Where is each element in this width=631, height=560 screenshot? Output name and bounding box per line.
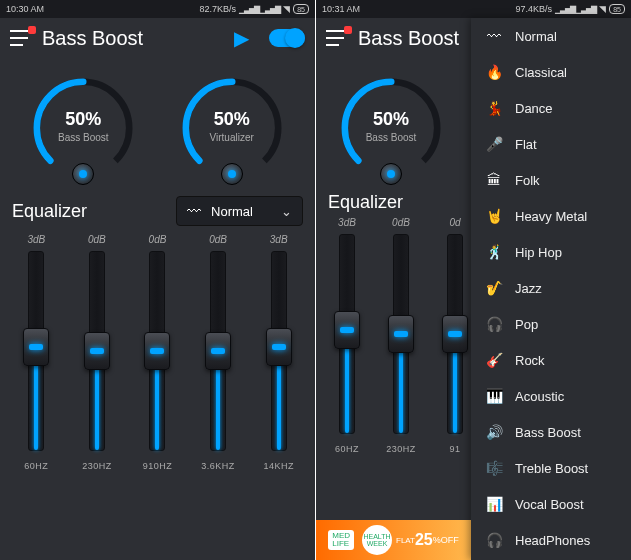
preset-icon: 🏛 [485, 172, 503, 188]
menu-button[interactable] [326, 30, 348, 46]
equalizer-title: Equalizer [12, 201, 168, 222]
band-slider[interactable] [447, 234, 463, 434]
preset-item-rock[interactable]: 🎸Rock [471, 342, 631, 378]
preset-item-hip-hop[interactable]: 🕺Hip Hop [471, 234, 631, 270]
play-button[interactable]: ▶ [234, 26, 249, 50]
preset-icon: 🎧 [485, 316, 503, 332]
virtualizer-knob[interactable]: 50% Virtualizer [167, 73, 297, 183]
band-db: 3dB [338, 217, 356, 228]
preset-item-heavy-metal[interactable]: 🤘Heavy Metal [471, 198, 631, 234]
battery-icon: 85 [609, 4, 625, 14]
preset-dropdown[interactable]: 〰 Normal ⌄ [176, 196, 303, 226]
slider-thumb-icon[interactable] [266, 328, 292, 366]
preset-icon: 🕺 [485, 244, 503, 260]
preset-icon: 🎹 [485, 388, 503, 404]
preset-item-jazz[interactable]: 🎷Jazz [471, 270, 631, 306]
slider-thumb-icon[interactable] [334, 311, 360, 349]
preset-label: Classical [515, 65, 567, 80]
preset-selected-label: Normal [211, 204, 253, 219]
band-freq: 14KHZ [263, 461, 294, 471]
virt-percent: 50% [177, 109, 287, 130]
band-slider[interactable] [89, 251, 105, 451]
status-bar: 10:31 AM 97.4KB/s ▁▃▅▇ ▁▃▅▇ ◥ 85 [316, 0, 631, 18]
slider-thumb-icon[interactable] [23, 328, 49, 366]
band-freq: 91 [449, 444, 460, 454]
bass-boost-knob[interactable]: 50% Bass Boost [18, 73, 148, 183]
preset-item-headphones[interactable]: 🎧HeadPhones [471, 522, 631, 558]
eq-header: Equalizer 〰 Normal ⌄ [0, 188, 315, 234]
slider-thumb-icon[interactable] [388, 315, 414, 353]
eq-band: 0dB 910HZ [127, 234, 188, 471]
notification-dot [344, 26, 352, 34]
knob-handle-icon[interactable] [72, 163, 94, 185]
band-slider[interactable] [210, 251, 226, 451]
preset-label: Vocal Boost [515, 497, 584, 512]
band-slider[interactable] [28, 251, 44, 451]
band-db: 3dB [270, 234, 288, 245]
band-freq: 3.6KHZ [201, 461, 235, 471]
ad-banner[interactable]: MEDLIFE HEALTH WEEK FLAT 25 %OFF [316, 520, 471, 560]
preset-item-normal[interactable]: 〰Normal [471, 18, 631, 54]
preset-icon: 🎤 [485, 136, 503, 152]
top-bar: Bass Boost ▶ [0, 18, 315, 58]
band-freq: 230HZ [386, 444, 416, 454]
power-toggle[interactable] [269, 29, 305, 47]
preset-item-folk[interactable]: 🏛Folk [471, 162, 631, 198]
preset-item-vocal-boost[interactable]: 📊Vocal Boost [471, 486, 631, 522]
preset-label: Folk [515, 173, 540, 188]
slider-thumb-icon[interactable] [84, 332, 110, 370]
eq-sliders: 3dB 60HZ 0dB 230HZ 0dB 910HZ 0dB [0, 234, 315, 481]
screen-right: 10:31 AM 97.4KB/s ▁▃▅▇ ▁▃▅▇ ◥ 85 Bass Bo… [316, 0, 631, 560]
preset-icon: 🔥 [485, 64, 503, 80]
wifi-icon: ◥ [283, 4, 290, 14]
preset-icon: 🎸 [485, 352, 503, 368]
status-bar: 10:30 AM 82.7KB/s ▁▃▅▇ ▁▃▅▇ ◥ 85 [0, 0, 315, 18]
band-slider[interactable] [339, 234, 355, 434]
band-db: 0d [449, 217, 460, 228]
preset-item-pop[interactable]: 🎧Pop [471, 306, 631, 342]
band-db: 0dB [149, 234, 167, 245]
preset-label: Treble Boost [515, 461, 588, 476]
preset-icon: 🔊 [485, 424, 503, 440]
app-title: Bass Boost [42, 27, 224, 50]
band-db: 0dB [392, 217, 410, 228]
knob-handle-icon[interactable] [380, 163, 402, 185]
preset-item-classical[interactable]: 🔥Classical [471, 54, 631, 90]
band-slider[interactable] [271, 251, 287, 451]
signal-icon: ▁▃▅▇ ▁▃▅▇ [239, 5, 280, 14]
preset-label: Pop [515, 317, 538, 332]
bass-label: Bass Boost [336, 132, 446, 143]
eq-band: 0dB 230HZ [374, 217, 428, 454]
preset-item-treble-boost[interactable]: 🎼Treble Boost [471, 450, 631, 486]
preset-label: Dance [515, 101, 553, 116]
band-db: 0dB [88, 234, 106, 245]
menu-button[interactable] [10, 30, 32, 46]
preset-item-flat[interactable]: 🎤Flat [471, 126, 631, 162]
status-time: 10:31 AM [322, 4, 360, 14]
preset-icon: 🎼 [485, 460, 503, 476]
preset-label: Heavy Metal [515, 209, 587, 224]
eq-band: 3dB 60HZ [6, 234, 67, 471]
band-db: 0dB [209, 234, 227, 245]
slider-thumb-icon[interactable] [205, 332, 231, 370]
slider-thumb-icon[interactable] [442, 315, 468, 353]
preset-item-acoustic[interactable]: 🎹Acoustic [471, 378, 631, 414]
knob-handle-icon[interactable] [221, 163, 243, 185]
band-slider[interactable] [149, 251, 165, 451]
preset-menu: 〰Normal🔥Classical💃Dance🎤Flat🏛Folk🤘Heavy … [471, 18, 631, 560]
slider-thumb-icon[interactable] [144, 332, 170, 370]
bass-boost-knob[interactable]: 50% Bass Boost [326, 73, 456, 183]
preset-item-dance[interactable]: 💃Dance [471, 90, 631, 126]
band-slider[interactable] [393, 234, 409, 434]
preset-label: Bass Boost [515, 425, 581, 440]
status-net: 97.4KB/s [515, 4, 552, 14]
virt-label: Virtualizer [177, 132, 287, 143]
preset-label: Rock [515, 353, 545, 368]
preset-label: Acoustic [515, 389, 564, 404]
preset-icon: 🤘 [485, 208, 503, 224]
preset-item-bass-boost[interactable]: 🔊Bass Boost [471, 414, 631, 450]
bass-percent: 50% [336, 109, 446, 130]
preset-icon: 💃 [485, 100, 503, 116]
preset-icon: 〰 [485, 28, 503, 44]
bass-percent: 50% [28, 109, 138, 130]
